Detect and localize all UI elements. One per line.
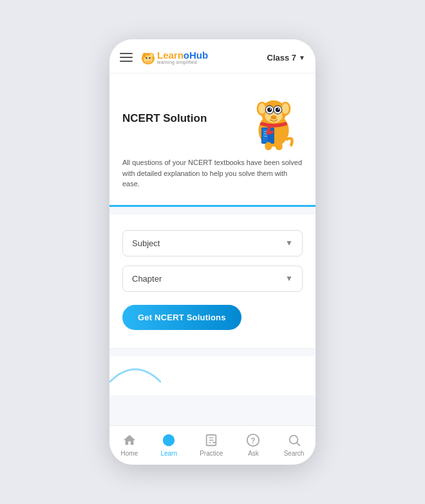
nav-item-ask[interactable]: ? Ask	[240, 430, 266, 460]
nav-item-search[interactable]: Search	[279, 430, 310, 460]
svg-point-7	[149, 57, 150, 59]
subject-chevron-icon: ▼	[285, 238, 293, 247]
header-left: LearnoHub learning simplified	[120, 48, 208, 66]
svg-rect-31	[265, 142, 272, 150]
logo: LearnoHub learning simplified	[139, 48, 208, 66]
svg-point-21	[270, 108, 271, 110]
svg-rect-8	[143, 53, 146, 57]
svg-point-22	[278, 108, 279, 110]
subject-dropdown-label: Subject	[132, 238, 160, 248]
svg-point-24	[270, 115, 276, 119]
bottom-nav: Home Learn Prac	[109, 425, 316, 465]
selection-section: Subject ▼ Chapter ▼ Get NCERT Solutions	[109, 215, 316, 349]
ask-icon: ?	[245, 432, 261, 448]
mascot-icon	[245, 86, 303, 151]
elephant-logo-icon	[139, 48, 157, 66]
nav-label-learn: Learn	[160, 450, 177, 457]
logo-hub: oHub	[184, 50, 208, 61]
nav-item-learn[interactable]: Learn	[155, 430, 182, 460]
class-selector-label: Class 7	[267, 53, 297, 63]
chevron-down-icon: ▼	[299, 54, 305, 61]
hero-description: All questions of your NCERT textbooks ha…	[122, 157, 303, 189]
chapter-dropdown[interactable]: Chapter ▼	[122, 266, 303, 292]
header: LearnoHub learning simplified Class 7 ▼	[109, 39, 316, 73]
logo-learn: Learn	[157, 50, 184, 61]
hero-inner: NCERT Solution	[122, 86, 303, 151]
phone-frame: LearnoHub learning simplified Class 7 ▼ …	[109, 39, 316, 465]
practice-icon	[203, 432, 219, 448]
logo-subtitle: learning simplified	[157, 60, 208, 64]
svg-point-14	[282, 103, 289, 113]
nav-label-home: Home	[121, 450, 138, 457]
svg-point-6	[146, 57, 147, 59]
logo-name: LearnoHub	[157, 50, 208, 60]
subject-dropdown[interactable]: Subject ▼	[122, 230, 303, 257]
svg-point-20	[276, 108, 280, 112]
content-area: NCERT Solution	[109, 73, 316, 425]
svg-text:?: ?	[251, 436, 256, 445]
chapter-chevron-icon: ▼	[285, 274, 293, 283]
peek-section	[109, 356, 316, 395]
hero-section: NCERT Solution	[109, 73, 316, 207]
nav-label-ask: Ask	[248, 450, 259, 457]
class-selector-button[interactable]: Class 7 ▼	[267, 53, 305, 63]
nav-item-home[interactable]: Home	[116, 430, 144, 460]
learn-icon	[161, 432, 176, 448]
svg-point-19	[267, 108, 272, 112]
peek-arc-icon	[109, 356, 161, 389]
svg-line-41	[297, 443, 299, 445]
nav-item-practice[interactable]: Practice	[194, 430, 228, 460]
svg-point-13	[258, 103, 265, 113]
get-solutions-button[interactable]: Get NCERT Solutions	[122, 305, 241, 330]
svg-rect-32	[276, 142, 283, 150]
nav-label-search: Search	[284, 450, 305, 457]
hero-text-block: NCERT Solution	[122, 112, 245, 125]
nav-label-practice: Practice	[200, 450, 223, 457]
logo-text: LearnoHub learning simplified	[157, 50, 208, 64]
home-icon	[122, 432, 137, 448]
search-icon	[287, 432, 302, 448]
hamburger-menu-icon[interactable]	[120, 53, 133, 62]
chapter-dropdown-label: Chapter	[132, 274, 162, 284]
hero-title: NCERT Solution	[122, 112, 245, 125]
